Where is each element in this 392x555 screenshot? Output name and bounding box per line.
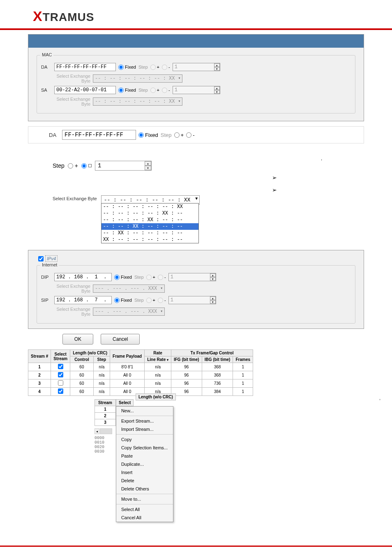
zoom-da-input[interactable] — [62, 130, 136, 140]
internet-group: Internet DIP Fixed Step + - ▲▼ Select Ex… — [37, 265, 355, 324]
col-control[interactable]: Control — [70, 356, 94, 363]
dip-step-spinner[interactable]: ▲▼ — [168, 273, 216, 281]
spinner-up[interactable]: ▲ — [210, 273, 216, 277]
row-select-checkbox[interactable] — [58, 364, 63, 369]
exchange-dropdown-zoom: Select Exchange Byte -- : -- : -- : -- :… — [28, 195, 364, 205]
zoom-step-spinner[interactable]: ▲▼ — [95, 161, 152, 171]
exchange-option[interactable]: -- : -- : XX : -- : -- : -- — [101, 223, 199, 230]
zoom-da-fixed-radio[interactable]: Fixed — [138, 132, 158, 138]
exchange-option[interactable]: XX : -- : -- : -- : -- : -- — [101, 236, 199, 243]
spinner-up[interactable]: ▲ — [145, 161, 151, 166]
spinner-down[interactable]: ▼ — [145, 166, 151, 170]
col-stream-num[interactable]: Stream # — [28, 350, 51, 363]
dip-plus-radio[interactable]: + — [146, 275, 155, 280]
zoom-minus-radio[interactable] — [81, 163, 92, 169]
row-select-checkbox[interactable] — [58, 380, 63, 386]
col-frame-payload[interactable]: Frame Payload — [110, 350, 145, 363]
context-menu-item[interactable]: Insert — [116, 468, 173, 476]
da-input[interactable] — [54, 63, 116, 71]
context-menu-item[interactable]: Delete Others — [116, 485, 173, 493]
sip-step-spinner[interactable]: ▲▼ — [168, 296, 216, 304]
da-step-spinner[interactable]: ▲▼ — [173, 63, 220, 71]
sip-exchange-label: Select Exchange Byte — [49, 307, 90, 317]
dip-exchange-dropdown[interactable]: --- . --- . --- . XXX — [93, 284, 165, 293]
table-row[interactable]: 3 — [95, 419, 116, 426]
table-row[interactable]: 1 — [95, 406, 116, 413]
zoom-da-step-label: Step — [161, 132, 172, 138]
context-menu-item[interactable]: Import Stream... — [116, 425, 173, 433]
col-frames[interactable]: Frames — [233, 356, 253, 363]
sa-exchange-dropdown[interactable]: -- : -- : -- : -- : -- : XX — [93, 97, 182, 106]
dip-row: DIP Fixed Step + - ▲▼ — [41, 273, 351, 281]
row-select-checkbox[interactable] — [58, 388, 63, 394]
zoom-plus-radio[interactable]: + — [68, 162, 78, 169]
sip-plus-radio[interactable]: + — [146, 298, 155, 303]
col-step[interactable]: Step — [93, 356, 110, 363]
da-plus-radio[interactable]: + — [150, 65, 159, 70]
dip-minus-radio[interactable]: - — [158, 275, 166, 280]
zoom-da-plus-radio[interactable]: + — [174, 132, 184, 138]
context-menu-item[interactable]: Delete — [116, 476, 173, 485]
context-menu[interactable]: New...Export Stream...Import Stream...Co… — [116, 406, 173, 522]
sa-step-spinner[interactable]: ▲▼ — [173, 86, 220, 94]
da-minus-radio[interactable]: - — [162, 65, 170, 70]
col-line-rate[interactable]: Line Rate ▾ — [145, 356, 171, 363]
da-fixed-radio[interactable]: Fixed — [118, 65, 136, 70]
col-select[interactable]: Select Stream — [51, 350, 70, 363]
spinner-down[interactable]: ▼ — [214, 90, 220, 94]
scrollbar-thumb[interactable] — [100, 428, 112, 434]
zoom-da-minus-radio[interactable]: - — [186, 132, 194, 138]
sa-minus-radio[interactable]: - — [162, 88, 170, 93]
exchange-option[interactable]: -- : -- : -- : -- : XX : -- — [101, 210, 199, 217]
spinner-down[interactable]: ▼ — [210, 300, 216, 304]
dip-fixed-radio[interactable]: Fixed — [114, 275, 132, 280]
bullet-arrows — [272, 169, 277, 199]
context-menu-item[interactable]: Copy — [116, 435, 173, 444]
context-menu-item[interactable]: Paste — [116, 452, 173, 460]
mac-group-label: MAC — [40, 52, 53, 57]
spinner-up[interactable]: ▲ — [214, 86, 220, 90]
context-menu-item[interactable]: Cancel All — [116, 513, 173, 522]
mac-da-row: DA Fixed Step + - ▲▼ — [41, 63, 351, 71]
context-menu-item[interactable]: Duplicate... — [116, 460, 173, 468]
scroll-left-icon[interactable]: ◂ — [95, 428, 99, 434]
context-menu-item[interactable]: Export Stream... — [116, 417, 173, 425]
sa-fixed-radio[interactable]: Fixed — [118, 88, 136, 93]
table-row[interactable]: 2 60n/aAll 0n/a963681 — [28, 371, 253, 379]
context-menu-item[interactable]: Move to... — [116, 495, 173, 503]
sip-input[interactable] — [54, 296, 112, 304]
table-row[interactable]: 1 60n/a8'0 8'1n/a963681 — [28, 363, 253, 371]
table-row[interactable]: 2 — [95, 413, 116, 419]
exchange-dropdown-list[interactable]: -- : -- : -- : -- : -- : XX-- : -- : -- … — [101, 203, 199, 243]
dip-input[interactable] — [54, 273, 112, 281]
col-ibg[interactable]: IBG (bit time) — [202, 356, 233, 363]
table-row[interactable]: 3 60n/aAll 0n/a967361 — [28, 379, 253, 388]
context-menu-item[interactable]: New... — [116, 407, 173, 415]
row-select-checkbox[interactable] — [58, 372, 63, 377]
stream-table: Stream # Select Stream Length (w/o CRC) … — [28, 349, 253, 396]
context-menu-item[interactable]: Select All — [116, 505, 173, 513]
ipv4-checkbox-row[interactable]: IPv4 — [37, 254, 355, 264]
sa-plus-radio[interactable]: + — [150, 88, 159, 93]
exchange-option[interactable]: -- : -- : -- : XX : -- : -- — [101, 217, 199, 223]
spinner-down[interactable]: ▼ — [214, 67, 220, 71]
col-ifg[interactable]: IFG (bit time) — [171, 356, 202, 363]
sa-input[interactable] — [54, 86, 116, 94]
spinner-up[interactable]: ▲ — [214, 63, 220, 67]
sip-minus-radio[interactable]: - — [158, 298, 166, 303]
ipv4-check-label: IPv4 — [45, 255, 58, 262]
cancel-button[interactable]: Cancel — [101, 334, 140, 345]
ok-button[interactable]: OK — [62, 334, 93, 345]
sip-exchange-dropdown[interactable]: --- . --- . --- . XXX — [93, 308, 165, 316]
ipv4-checkbox[interactable] — [38, 256, 44, 261]
spinner-up[interactable]: ▲ — [210, 296, 216, 300]
sip-fixed-radio[interactable]: Fixed — [114, 298, 132, 303]
exchange-dropdown[interactable]: -- : -- : -- : -- : -- : XX -- : -- : --… — [101, 195, 200, 205]
exchange-option[interactable]: -- : XX : -- : -- : -- : -- — [101, 230, 199, 236]
spinner-down[interactable]: ▼ — [210, 277, 216, 281]
exchange-option[interactable]: -- : -- : -- : -- : -- : XX — [101, 204, 199, 210]
zoom-step-row: Step + ▲▼ — [28, 161, 364, 171]
da-exchange-dropdown[interactable]: -- : -- : -- : -- : -- : XX — [93, 74, 182, 83]
context-menu-item[interactable]: Copy Selection Items... — [116, 444, 173, 452]
mini-col-stream[interactable]: Stream — [95, 400, 116, 406]
